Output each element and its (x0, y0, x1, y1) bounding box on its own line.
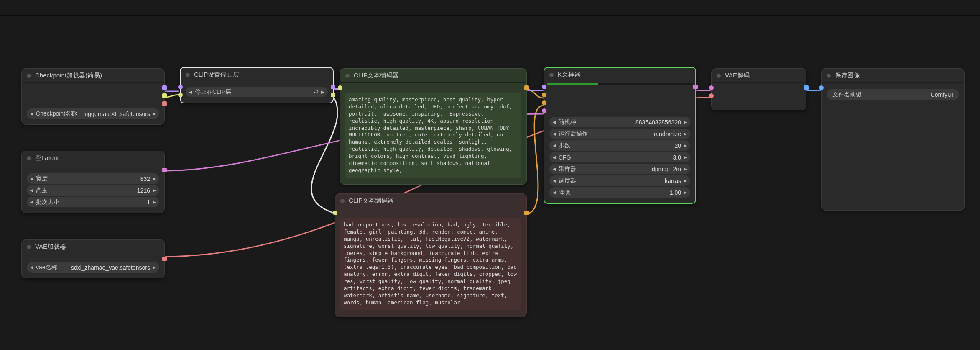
collapse-dot-icon[interactable] (186, 73, 190, 77)
collapse-dot-icon[interactable] (27, 74, 31, 78)
port-image-in[interactable] (819, 85, 824, 90)
port-vae-in[interactable] (709, 93, 714, 98)
node-title[interactable]: VAE解码 (712, 69, 806, 83)
arrow-right-icon[interactable]: ▶ (152, 200, 157, 204)
collapse-dot-icon[interactable] (827, 74, 831, 78)
arrow-left-icon[interactable]: ◀ (29, 176, 34, 181)
node-title[interactable]: K采样器 (544, 68, 695, 82)
progress-fill (547, 83, 598, 85)
node-title[interactable]: CLIP文本编码器 (340, 69, 526, 83)
arrow-left-icon[interactable]: ◀ (552, 178, 557, 183)
port-model-in[interactable] (178, 85, 183, 89)
arrow-left-icon[interactable]: ◀ (552, 120, 557, 124)
node-clip-stop-layer[interactable]: CLIP设置停止层 ◀ 停止在CLIP层 -2 ▶ (180, 67, 334, 103)
widget-height[interactable]: ◀ 高度 1216 ▶ (27, 185, 159, 196)
port-vae-out[interactable] (162, 101, 167, 106)
title-text: 保存图像 (835, 72, 860, 80)
port-clip-out[interactable] (162, 93, 167, 98)
port-model-out[interactable] (162, 85, 167, 90)
arrow-right-icon[interactable]: ▶ (683, 120, 688, 124)
collapse-dot-icon[interactable] (27, 245, 31, 249)
title-text: Checkpoint加载器(简易) (35, 72, 102, 80)
arrow-right-icon[interactable]: ▶ (152, 265, 157, 270)
canvas[interactable]: Checkpoint加载器(简易) ◀ Checkpoint名称 juggern… (0, 16, 980, 350)
node-title[interactable]: 保存图像 (822, 69, 964, 83)
widget-width[interactable]: ◀ 宽度 832 ▶ (27, 173, 159, 184)
widget-sampler[interactable]: ◀ 采样器 dpmpp_2m ▶ (549, 164, 690, 174)
arrow-right-icon[interactable]: ▶ (683, 143, 688, 148)
arrow-left-icon[interactable]: ◀ (188, 90, 193, 94)
node-title[interactable]: VAE加载器 (22, 240, 164, 254)
port-latent-out[interactable] (162, 168, 167, 172)
collapse-dot-icon[interactable] (340, 199, 345, 203)
port-vae-out[interactable] (162, 257, 167, 261)
node-title[interactable]: 空Latent (22, 151, 164, 165)
port-model-out[interactable] (331, 85, 335, 89)
node-vae-decode[interactable]: VAE解码 (711, 68, 806, 110)
node-title[interactable]: CLIP文本编码器 (335, 194, 526, 208)
port-conditioning-out[interactable] (524, 211, 529, 215)
arrow-left-icon[interactable]: ◀ (29, 111, 34, 116)
negative-prompt-text[interactable]: bad proportions, low resolution, bad, ug… (340, 218, 521, 310)
port-latent-in[interactable] (709, 85, 714, 90)
top-bar (0, 0, 980, 16)
widget-denoise[interactable]: ◀ 降噪 1.00 ▶ (549, 187, 690, 198)
node-checkpoint-loader[interactable]: Checkpoint加载器(简易) ◀ Checkpoint名称 juggern… (21, 68, 165, 125)
port-clip-in[interactable] (333, 211, 337, 215)
arrow-left-icon[interactable]: ◀ (552, 167, 557, 171)
arrow-left-icon[interactable]: ◀ (29, 200, 34, 204)
port-image-out[interactable] (804, 85, 809, 90)
widget-after-run[interactable]: ◀ 运行后操作 randomize ▶ (549, 129, 690, 139)
node-clip-text-encode-positive[interactable]: CLIP文本编码器 amazing quality, masterpiece, … (340, 68, 527, 185)
arrow-right-icon[interactable]: ▶ (152, 176, 157, 181)
widget-scheduler[interactable]: ◀ 调度器 karras ▶ (549, 175, 690, 186)
arrow-right-icon[interactable]: ▶ (683, 190, 688, 195)
node-ksampler[interactable]: K采样器 ◀ 随机种 88354032856320 ▶ ◀ (544, 67, 696, 204)
port-positive-in[interactable] (542, 93, 546, 97)
widget-ckpt-name[interactable]: ◀ Checkpoint名称 juggernautXL.safetensors … (27, 108, 159, 119)
port-conditioning-out[interactable] (524, 85, 529, 90)
node-vae-loader[interactable]: VAE加载器 ◀ vae名称 sdxl_zhamao_vae.safetenso… (21, 239, 165, 278)
arrow-left-icon[interactable]: ◀ (552, 131, 557, 136)
positive-prompt-text[interactable]: amazing quality, masterpiece, best quali… (345, 93, 521, 178)
title-text: K采样器 (558, 71, 581, 79)
arrow-left-icon[interactable]: ◀ (29, 265, 34, 270)
node-empty-latent[interactable]: 空Latent ◀ 宽度 832 ▶ ◀ 高度 1216 ▶ ◀ 批次大小 (21, 151, 165, 213)
title-text: CLIP设置停止层 (194, 71, 239, 79)
arrow-right-icon[interactable]: ▶ (320, 90, 325, 94)
port-clip-in[interactable] (338, 85, 342, 90)
node-title[interactable]: CLIP设置停止层 (181, 68, 333, 82)
arrow-right-icon[interactable]: ▶ (683, 178, 688, 183)
port-latent-out[interactable] (693, 85, 698, 89)
arrow-right-icon[interactable]: ▶ (152, 188, 157, 193)
collapse-dot-icon[interactable] (345, 74, 350, 78)
node-title[interactable]: Checkpoint加载器(简易) (22, 69, 164, 83)
widget-steps[interactable]: ◀ 步数 20 ▶ (549, 140, 690, 151)
widget-vae-name[interactable]: ◀ vae名称 sdxl_zhamao_vae.safetensors ▶ (27, 262, 159, 273)
widget-batch[interactable]: ◀ 批次大小 1 ▶ (27, 197, 159, 207)
title-text: VAE解码 (725, 72, 750, 80)
port-clip-out[interactable] (331, 93, 335, 97)
widget-cfg[interactable]: ◀ CFG 3.0 ▶ (549, 152, 690, 162)
arrow-right-icon[interactable]: ▶ (152, 111, 157, 116)
arrow-left-icon[interactable]: ◀ (552, 190, 557, 195)
port-model-in[interactable] (542, 85, 546, 89)
arrow-right-icon[interactable]: ▶ (683, 155, 688, 160)
port-latent-in[interactable] (542, 108, 546, 113)
arrow-right-icon[interactable]: ▶ (683, 131, 688, 136)
widget-filename-prefix[interactable]: 文件名前缀 ComfyUI (827, 89, 959, 100)
arrow-left-icon[interactable]: ◀ (29, 188, 34, 193)
arrow-right-icon[interactable]: ▶ (683, 167, 688, 171)
node-clip-text-encode-negative[interactable]: CLIP文本编码器 bad proportions, low resolutio… (335, 193, 527, 317)
arrow-left-icon[interactable]: ◀ (552, 143, 557, 148)
collapse-dot-icon[interactable] (549, 73, 554, 77)
title-text: 空Latent (35, 154, 59, 162)
arrow-left-icon[interactable]: ◀ (552, 155, 557, 160)
node-save-image[interactable]: 保存图像 文件名前缀 ComfyUI (821, 68, 965, 211)
widget-seed[interactable]: ◀ 随机种 88354032856320 ▶ (549, 117, 690, 127)
port-clip-in[interactable] (178, 93, 183, 97)
port-negative-in[interactable] (542, 100, 546, 105)
widget-stop-at[interactable]: ◀ 停止在CLIP层 -2 ▶ (186, 87, 328, 97)
collapse-dot-icon[interactable] (717, 74, 721, 78)
collapse-dot-icon[interactable] (27, 156, 31, 160)
